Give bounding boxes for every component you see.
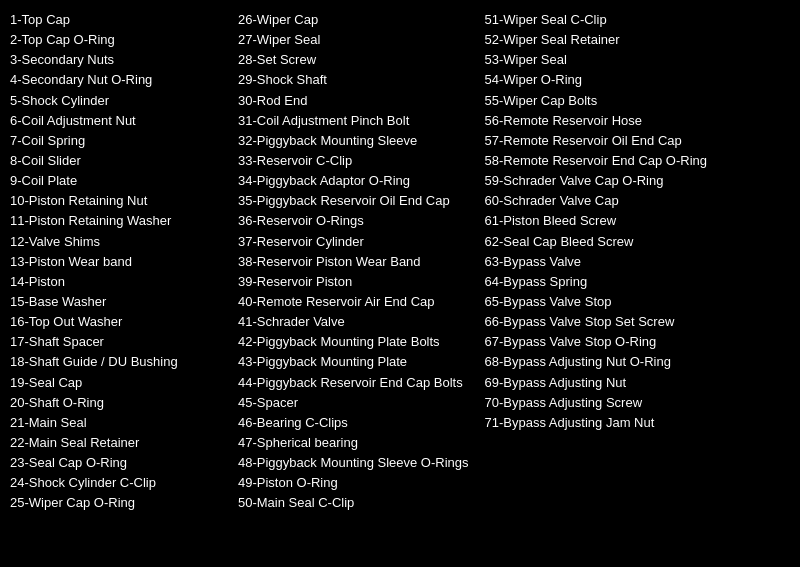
list-item: 52-Wiper Seal Retainer bbox=[485, 30, 714, 50]
list-item: 45-Spacer bbox=[238, 393, 469, 413]
list-item: 46-Bearing C-Clips bbox=[238, 413, 469, 433]
list-item: 15-Base Washer bbox=[10, 292, 222, 312]
list-item: 17-Shaft Spacer bbox=[10, 332, 222, 352]
list-item: 18-Shaft Guide / DU Bushing bbox=[10, 352, 222, 372]
list-item: 39-Reservoir Piston bbox=[238, 272, 469, 292]
list-item: 53-Wiper Seal bbox=[485, 50, 714, 70]
list-item: 2-Top Cap O-Ring bbox=[10, 30, 222, 50]
list-item: 34-Piggyback Adaptor O-Ring bbox=[238, 171, 469, 191]
list-item: 51-Wiper Seal C-Clip bbox=[485, 10, 714, 30]
list-item: 27-Wiper Seal bbox=[238, 30, 469, 50]
list-item: 62-Seal Cap Bleed Screw bbox=[485, 232, 714, 252]
list-item: 69-Bypass Adjusting Nut bbox=[485, 373, 714, 393]
list-item: 29-Shock Shaft bbox=[238, 70, 469, 90]
list-item: 68-Bypass Adjusting Nut O-Ring bbox=[485, 352, 714, 372]
list-item: 32-Piggyback Mounting Sleeve bbox=[238, 131, 469, 151]
list-item: 1-Top Cap bbox=[10, 10, 222, 30]
list-item: 48-Piggyback Mounting Sleeve O-Rings bbox=[238, 453, 469, 473]
list-item: 49-Piston O-Ring bbox=[238, 473, 469, 493]
list-item: 38-Reservoir Piston Wear Band bbox=[238, 252, 469, 272]
list-item: 63-Bypass Valve bbox=[485, 252, 714, 272]
list-item: 59-Schrader Valve Cap O-Ring bbox=[485, 171, 714, 191]
list-item: 36-Reservoir O-Rings bbox=[238, 211, 469, 231]
list-item: 50-Main Seal C-Clip bbox=[238, 493, 469, 513]
list-item: 21-Main Seal bbox=[10, 413, 222, 433]
list-item: 61-Piston Bleed Screw bbox=[485, 211, 714, 231]
list-item: 23-Seal Cap O-Ring bbox=[10, 453, 222, 473]
list-item: 41-Schrader Valve bbox=[238, 312, 469, 332]
column-1: 1-Top Cap2-Top Cap O-Ring3-Secondary Nut… bbox=[10, 10, 230, 514]
list-item: 57-Remote Reservoir Oil End Cap bbox=[485, 131, 714, 151]
list-item: 42-Piggyback Mounting Plate Bolts bbox=[238, 332, 469, 352]
list-item: 37-Reservoir Cylinder bbox=[238, 232, 469, 252]
list-item: 54-Wiper O-Ring bbox=[485, 70, 714, 90]
list-item: 6-Coil Adjustment Nut bbox=[10, 111, 222, 131]
list-item: 66-Bypass Valve Stop Set Screw bbox=[485, 312, 714, 332]
column-2: 26-Wiper Cap27-Wiper Seal28-Set Screw29-… bbox=[230, 10, 477, 514]
list-item: 19-Seal Cap bbox=[10, 373, 222, 393]
list-item: 30-Rod End bbox=[238, 91, 469, 111]
list-item: 70-Bypass Adjusting Screw bbox=[485, 393, 714, 413]
list-item: 67-Bypass Valve Stop O-Ring bbox=[485, 332, 714, 352]
list-item: 55-Wiper Cap Bolts bbox=[485, 91, 714, 111]
list-item: 28-Set Screw bbox=[238, 50, 469, 70]
list-item: 35-Piggyback Reservoir Oil End Cap bbox=[238, 191, 469, 211]
column-3: 51-Wiper Seal C-Clip52-Wiper Seal Retain… bbox=[477, 10, 722, 433]
list-item: 43-Piggyback Mounting Plate bbox=[238, 352, 469, 372]
list-item: 4-Secondary Nut O-Ring bbox=[10, 70, 222, 90]
list-item: 24-Shock Cylinder C-Clip bbox=[10, 473, 222, 493]
list-item: 16-Top Out Washer bbox=[10, 312, 222, 332]
list-item: 40-Remote Reservoir Air End Cap bbox=[238, 292, 469, 312]
list-item: 56-Remote Reservoir Hose bbox=[485, 111, 714, 131]
list-item: 58-Remote Reservoir End Cap O-Ring bbox=[485, 151, 714, 171]
list-item: 22-Main Seal Retainer bbox=[10, 433, 222, 453]
parts-list: 1-Top Cap2-Top Cap O-Ring3-Secondary Nut… bbox=[10, 10, 790, 514]
list-item: 10-Piston Retaining Nut bbox=[10, 191, 222, 211]
list-item: 44-Piggyback Reservoir End Cap Bolts bbox=[238, 373, 469, 393]
list-item: 64-Bypass Spring bbox=[485, 272, 714, 292]
list-item: 65-Bypass Valve Stop bbox=[485, 292, 714, 312]
list-item: 14-Piston bbox=[10, 272, 222, 292]
list-item: 7-Coil Spring bbox=[10, 131, 222, 151]
list-item: 33-Reservoir C-Clip bbox=[238, 151, 469, 171]
list-item: 11-Piston Retaining Washer bbox=[10, 211, 222, 231]
list-item: 5-Shock Cylinder bbox=[10, 91, 222, 111]
list-item: 9-Coil Plate bbox=[10, 171, 222, 191]
list-item: 60-Schrader Valve Cap bbox=[485, 191, 714, 211]
list-item: 26-Wiper Cap bbox=[238, 10, 469, 30]
list-item: 3-Secondary Nuts bbox=[10, 50, 222, 70]
list-item: 31-Coil Adjustment Pinch Bolt bbox=[238, 111, 469, 131]
list-item: 20-Shaft O-Ring bbox=[10, 393, 222, 413]
list-item: 13-Piston Wear band bbox=[10, 252, 222, 272]
list-item: 8-Coil Slider bbox=[10, 151, 222, 171]
list-item: 47-Spherical bearing bbox=[238, 433, 469, 453]
list-item: 25-Wiper Cap O-Ring bbox=[10, 493, 222, 513]
list-item: 71-Bypass Adjusting Jam Nut bbox=[485, 413, 714, 433]
list-item: 12-Valve Shims bbox=[10, 232, 222, 252]
